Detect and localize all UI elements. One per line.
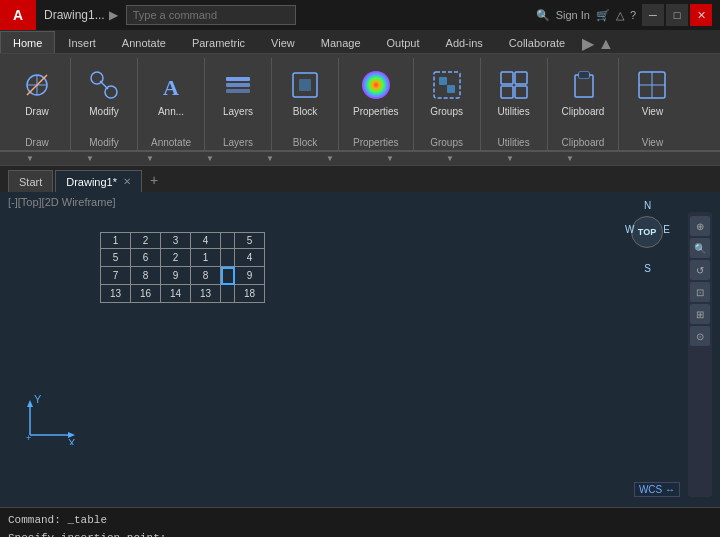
ribbon-group-utilities-label: Utilities — [497, 137, 529, 148]
table-cell[interactable] — [221, 285, 235, 303]
table-cell[interactable]: 7 — [101, 267, 131, 285]
utilities-tool[interactable]: Utilities — [489, 62, 539, 122]
table-cell[interactable]: 4 — [235, 249, 265, 267]
minimize-button[interactable]: ─ — [642, 4, 664, 26]
tab-manage[interactable]: Manage — [308, 31, 374, 53]
table-cell[interactable]: 9 — [161, 267, 191, 285]
clipboard-label: Clipboard — [562, 106, 605, 118]
maximize-button[interactable]: □ — [666, 4, 688, 26]
viewport[interactable]: [-][Top][2D Wireframe] Y X + 1 2 3 4 5 5 — [0, 192, 720, 507]
ribbon-group-draw-items: Draw — [12, 62, 62, 135]
table-cell[interactable] — [221, 249, 235, 267]
utilities-icon — [495, 66, 533, 104]
table-cell[interactable]: 4 — [191, 233, 221, 249]
view-tool[interactable]: View — [627, 62, 677, 122]
tab-home[interactable]: Home — [0, 31, 55, 53]
ribbon-expand-icon[interactable]: ▶ — [582, 34, 594, 53]
tab-annotate[interactable]: Annotate — [109, 31, 179, 53]
ribbon-group-draw-label: Draw — [25, 137, 48, 148]
draw-expand[interactable]: ▼ — [0, 152, 60, 166]
utilities-expand[interactable]: ▼ — [420, 152, 480, 166]
properties-icon — [357, 66, 395, 104]
tab-parametric[interactable]: Parametric — [179, 31, 258, 53]
ribbon-group-annotate: A Ann... Annotate — [138, 58, 205, 150]
table-cell[interactable]: 6 — [131, 249, 161, 267]
table-cell[interactable]: 18 — [235, 285, 265, 303]
table-cell[interactable]: 3 — [161, 233, 191, 249]
ribbon-group-groups-label: Groups — [430, 137, 463, 148]
zoom-tool-btn[interactable]: 🔍 — [690, 238, 710, 258]
cad-table-wrapper[interactable]: 1 2 3 4 5 5 6 2 1 4 7 8 9 8 9 — [100, 232, 265, 303]
properties-tool[interactable]: Properties — [347, 62, 405, 122]
compass-circle[interactable]: TOP — [631, 216, 663, 248]
table-cell[interactable]: 2 — [131, 233, 161, 249]
table-cell[interactable]: 2 — [161, 249, 191, 267]
table-cell[interactable] — [221, 233, 235, 249]
table-cell[interactable]: 8 — [131, 267, 161, 285]
groups-expand[interactable]: ▼ — [360, 152, 420, 166]
block-expand[interactable]: ▼ — [240, 152, 300, 166]
table-cell[interactable]: 5 — [101, 249, 131, 267]
command-line1: Command: _table — [8, 512, 712, 530]
ribbon-group-annotate-label: Annotate — [151, 137, 191, 148]
svg-rect-8 — [226, 83, 250, 87]
pan-tool-btn[interactable]: ⊕ — [690, 216, 710, 236]
table-cell[interactable]: 13 — [191, 285, 221, 303]
ribbon-collapse-icon[interactable]: ▲ — [598, 35, 614, 53]
modify-tool[interactable]: Modify — [79, 62, 129, 122]
ribbon-group-view-items: View — [627, 62, 677, 135]
table-cell[interactable]: 9 — [235, 267, 265, 285]
properties-expand[interactable]: ▼ — [300, 152, 360, 166]
search-input[interactable] — [126, 5, 296, 25]
table-cell[interactable]: 1 — [101, 233, 131, 249]
view-cube-btn[interactable]: ⊞ — [690, 304, 710, 324]
ribbon-group-draw: Draw Draw — [4, 58, 71, 150]
tab-view[interactable]: View — [258, 31, 308, 53]
tab-output[interactable]: Output — [374, 31, 433, 53]
tab-collaborate[interactable]: Collaborate — [496, 31, 578, 53]
table-cell-selected[interactable] — [221, 267, 235, 285]
layers-tool[interactable]: Layers — [213, 62, 263, 122]
table-cell[interactable]: 1 — [191, 249, 221, 267]
annotate-tool[interactable]: A Ann... — [146, 62, 196, 122]
wcs-label[interactable]: WCS ↔ — [634, 482, 680, 497]
svg-line-5 — [100, 81, 108, 89]
command-output: Command: _table Specify insertion point: — [8, 512, 712, 537]
tab-insert[interactable]: Insert — [55, 31, 109, 53]
layers-expand[interactable]: ▼ — [180, 152, 240, 166]
table-cell[interactable]: 14 — [161, 285, 191, 303]
view-expand[interactable]: ▼ — [540, 152, 600, 166]
doc-tab-start[interactable]: Start — [8, 170, 53, 192]
ribbon: Draw Draw Modify Modify A Ann... An — [0, 54, 720, 152]
doc-tab-drawing1[interactable]: Drawing1* ✕ — [55, 170, 142, 192]
new-tab-button[interactable]: + — [144, 170, 164, 190]
tab-close-icon[interactable]: ✕ — [123, 176, 131, 187]
navswheel-btn[interactable]: ⊙ — [690, 326, 710, 346]
table-cell[interactable]: 5 — [235, 233, 265, 249]
draw-tool[interactable]: Draw — [12, 62, 62, 122]
compass-north-label: N — [644, 200, 651, 211]
update-icon[interactable]: △ — [616, 9, 624, 22]
modify-expand[interactable]: ▼ — [60, 152, 120, 166]
annotate-expand[interactable]: ▼ — [120, 152, 180, 166]
cart-icon[interactable]: 🛒 — [596, 9, 610, 22]
clipboard-expand[interactable]: ▼ — [480, 152, 540, 166]
svg-point-12 — [362, 71, 390, 99]
block-tool[interactable]: Block — [280, 62, 330, 122]
autocad-logo[interactable]: A — [0, 0, 36, 30]
groups-tool[interactable]: Groups — [422, 62, 472, 122]
close-button[interactable]: ✕ — [690, 4, 712, 26]
table-cell[interactable]: 8 — [191, 267, 221, 285]
table-cell[interactable]: 16 — [131, 285, 161, 303]
help-icon[interactable]: ? — [630, 9, 636, 21]
orbit-tool-btn[interactable]: ↺ — [690, 260, 710, 280]
extent-tool-btn[interactable]: ⊡ — [690, 282, 710, 302]
sign-in-button[interactable]: Sign In — [556, 9, 590, 21]
ribbon-group-groups: Groups Groups — [414, 58, 481, 150]
table-cell[interactable]: 13 — [101, 285, 131, 303]
svg-rect-17 — [515, 72, 527, 84]
search-icon[interactable]: 🔍 — [536, 9, 550, 22]
command-line2: Specify insertion point: — [8, 530, 712, 537]
tab-addins[interactable]: Add-ins — [433, 31, 496, 53]
clipboard-tool[interactable]: Clipboard — [556, 62, 611, 122]
